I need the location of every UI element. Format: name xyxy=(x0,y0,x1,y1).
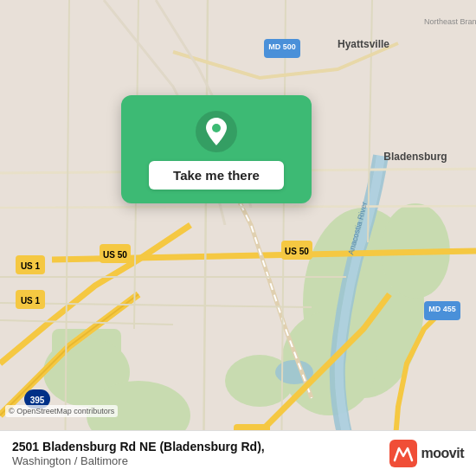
moovit-logo: moovit xyxy=(389,440,464,467)
map-container: US 1 US 1 US 50 US 50 DC 295 MD 500 MD 4… xyxy=(0,0,476,476)
bottom-bar: 2501 Bladensburg Rd NE (Bladensburg Rd),… xyxy=(0,430,476,476)
location-pin-icon xyxy=(196,111,237,152)
address-line: 2501 Bladensburg Rd NE (Bladensburg Rd), xyxy=(12,440,265,453)
osm-attribution: © OpenStreetMap contributors xyxy=(5,405,118,417)
moovit-icon xyxy=(389,440,417,467)
svg-point-42 xyxy=(212,124,221,132)
svg-text:MD 455: MD 455 xyxy=(428,305,456,313)
address-block: 2501 Bladensburg Rd NE (Bladensburg Rd),… xyxy=(12,440,265,467)
svg-text:Northeast Branch Anacostia: Northeast Branch Anacostia xyxy=(424,17,476,26)
svg-text:Bladensburg: Bladensburg xyxy=(383,151,447,163)
popup-card: Take me there xyxy=(121,95,312,203)
svg-text:US 50: US 50 xyxy=(103,250,127,260)
svg-text:US 1: US 1 xyxy=(21,296,41,306)
take-me-there-button[interactable]: Take me there xyxy=(149,161,284,190)
city-line: Washington / Baltimore xyxy=(12,454,265,467)
moovit-text: moovit xyxy=(421,446,464,461)
svg-text:395: 395 xyxy=(30,396,45,405)
svg-text:US 1: US 1 xyxy=(21,261,41,271)
svg-rect-43 xyxy=(389,440,417,467)
svg-text:MD 500: MD 500 xyxy=(268,42,296,51)
svg-text:US 50: US 50 xyxy=(285,247,309,256)
svg-text:Hyattsville: Hyattsville xyxy=(338,38,389,50)
